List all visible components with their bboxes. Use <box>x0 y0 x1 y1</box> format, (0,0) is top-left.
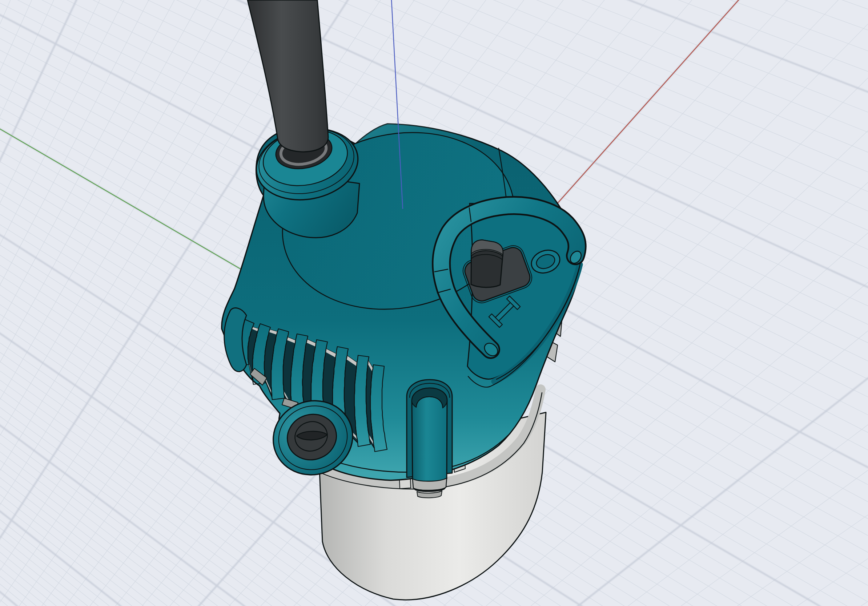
power-switch[interactable] <box>469 240 504 288</box>
scene-canvas: O I <box>0 0 868 606</box>
cad-viewport[interactable]: O I <box>0 0 868 606</box>
clamp-lever[interactable] <box>407 380 452 498</box>
